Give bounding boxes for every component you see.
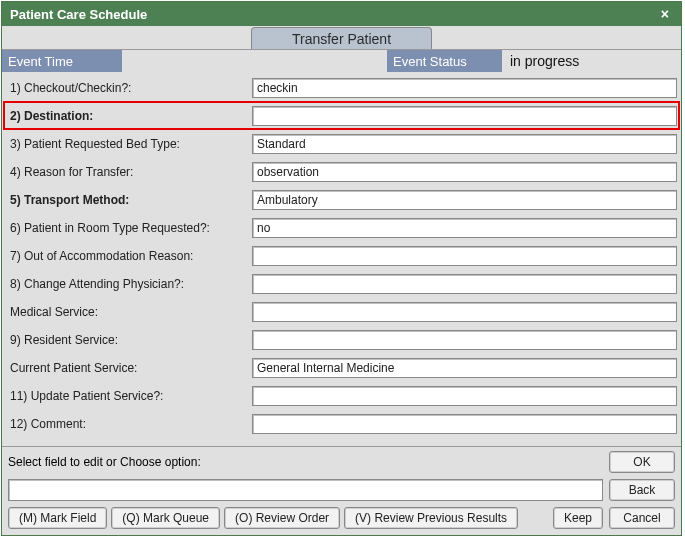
form-row: 2) Destination: — [6, 104, 677, 127]
form-row: 12) Comment: — [6, 412, 677, 435]
footer-prompt: Select field to edit or Choose option: — [8, 455, 603, 469]
field-label: Current Patient Service: — [6, 361, 252, 375]
form-row: Medical Service: — [6, 300, 677, 323]
event-time-label: Event Time — [2, 50, 122, 72]
footer-panel: Select field to edit or Choose option: O… — [2, 446, 681, 535]
form-row: 9) Resident Service: — [6, 328, 677, 351]
form-area: 1) Checkout/Checkin?:checkin2) Destinati… — [2, 72, 681, 446]
field-input[interactable]: checkin — [252, 78, 677, 98]
field-label: Medical Service: — [6, 305, 252, 319]
field-input[interactable] — [252, 330, 677, 350]
ok-button[interactable]: OK — [609, 451, 675, 473]
field-label: 1) Checkout/Checkin?: — [6, 81, 252, 95]
cancel-button[interactable]: Cancel — [609, 507, 675, 529]
field-input[interactable]: no — [252, 218, 677, 238]
form-row: 4) Reason for Transfer:observation — [6, 160, 677, 183]
back-button[interactable]: Back — [609, 479, 675, 501]
event-status-value: in progress — [502, 50, 681, 72]
field-label: 9) Resident Service: — [6, 333, 252, 347]
field-label: 11) Update Patient Service?: — [6, 389, 252, 403]
mark-queue-button[interactable]: (Q) Mark Queue — [111, 507, 220, 529]
form-row: 6) Patient in Room Type Requested?:no — [6, 216, 677, 239]
review-previous-results-button[interactable]: (V) Review Previous Results — [344, 507, 518, 529]
field-input[interactable] — [252, 246, 677, 266]
field-label: 3) Patient Requested Bed Type: — [6, 137, 252, 151]
window: Patient Care Schedule × Transfer Patient… — [1, 1, 682, 536]
field-input[interactable]: Ambulatory — [252, 190, 677, 210]
field-label: 6) Patient in Room Type Requested?: — [6, 221, 252, 235]
field-input[interactable]: observation — [252, 162, 677, 182]
close-icon[interactable]: × — [657, 6, 673, 22]
field-label: 7) Out of Accommodation Reason: — [6, 249, 252, 263]
field-label: 4) Reason for Transfer: — [6, 165, 252, 179]
form-row: 7) Out of Accommodation Reason: — [6, 244, 677, 267]
field-label: 8) Change Attending Physician?: — [6, 277, 252, 291]
field-input[interactable] — [252, 274, 677, 294]
field-input[interactable] — [252, 106, 677, 126]
field-label: 2) Destination: — [6, 109, 252, 123]
keep-button[interactable]: Keep — [553, 507, 603, 529]
field-input[interactable]: Standard — [252, 134, 677, 154]
window-title: Patient Care Schedule — [10, 7, 147, 22]
tab-transfer-patient[interactable]: Transfer Patient — [251, 27, 432, 49]
event-time-value — [122, 50, 387, 72]
titlebar: Patient Care Schedule × — [2, 2, 681, 26]
form-row: 5) Transport Method:Ambulatory — [6, 188, 677, 211]
form-row: 1) Checkout/Checkin?:checkin — [6, 76, 677, 99]
tab-label: Transfer Patient — [292, 31, 391, 47]
form-row: 11) Update Patient Service?: — [6, 384, 677, 407]
event-status-label: Event Status — [387, 50, 502, 72]
form-row: Current Patient Service:General Internal… — [6, 356, 677, 379]
form-row: 8) Change Attending Physician?: — [6, 272, 677, 295]
field-input[interactable] — [252, 386, 677, 406]
mark-field-button[interactable]: (M) Mark Field — [8, 507, 107, 529]
field-input[interactable]: General Internal Medicine — [252, 358, 677, 378]
tab-row: Transfer Patient — [2, 26, 681, 50]
form-row: 3) Patient Requested Bed Type:Standard — [6, 132, 677, 155]
field-input[interactable] — [252, 302, 677, 322]
review-order-button[interactable]: (O) Review Order — [224, 507, 340, 529]
field-label: 12) Comment: — [6, 417, 252, 431]
field-label: 5) Transport Method: — [6, 193, 252, 207]
command-input[interactable] — [8, 479, 603, 501]
field-input[interactable] — [252, 414, 677, 434]
status-row: Event Time Event Status in progress — [2, 50, 681, 72]
